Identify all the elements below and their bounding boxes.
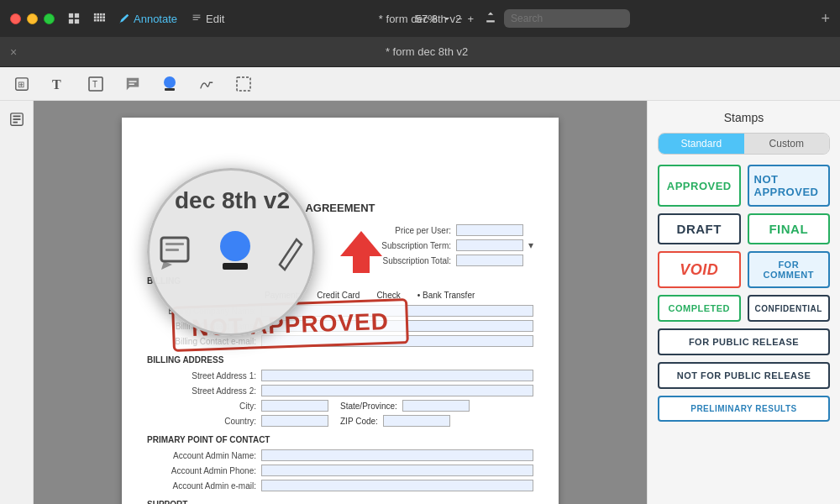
svg-point-34	[220, 231, 250, 261]
zip-input[interactable]	[383, 415, 450, 427]
annotate-button[interactable]: Annotate	[118, 13, 177, 25]
svg-rect-0	[69, 13, 73, 18]
comment-tool[interactable]	[121, 72, 144, 96]
price-per-user-input[interactable]	[456, 224, 523, 236]
text-tool[interactable]: T	[47, 72, 71, 96]
minimize-button[interactable]	[27, 13, 38, 24]
stamps-title: Stamps	[658, 111, 830, 124]
magnifier-overlay: dec 8th v2	[147, 168, 315, 336]
svg-rect-35	[223, 263, 248, 270]
svg-rect-11	[102, 16, 105, 18]
stamp-draft[interactable]: DRAFT	[658, 213, 741, 244]
street-2-input[interactable]	[261, 385, 533, 396]
toolbar-left: Annotate Edit	[68, 13, 224, 25]
document-scroll[interactable]: dec 8th v2	[34, 101, 647, 504]
zip-label: ZIP Code:	[340, 417, 378, 426]
annotation-toolbar: ⊞ T T	[0, 67, 840, 101]
svg-rect-12	[94, 19, 97, 22]
main-layout: dec 8th v2	[0, 101, 840, 504]
svg-marker-36	[340, 231, 382, 273]
stamp-void[interactable]: VOID	[658, 251, 741, 288]
subscription-total-input[interactable]	[456, 255, 523, 266]
support-section: SUPPORT	[147, 500, 533, 504]
admin-phone-input[interactable]	[261, 465, 533, 476]
close-button[interactable]	[10, 13, 21, 24]
share-button[interactable]	[484, 11, 497, 27]
country-input[interactable]	[261, 415, 328, 427]
stamp-final[interactable]: FINAL	[748, 213, 831, 244]
red-arrow	[332, 227, 391, 286]
pan-tool[interactable]: ⊞	[10, 72, 34, 96]
svg-rect-13	[97, 19, 99, 22]
stamp-not-for-public-release[interactable]: NOT FOR PUBLIC RELEASE	[658, 362, 830, 389]
stamp-not-approved[interactable]: NOT APPROVED	[748, 165, 831, 207]
admin-email-input[interactable]	[261, 480, 533, 491]
billing-address-section: BILLING ADDRESS NOT APPROVED Street Addr…	[147, 355, 533, 427]
magnifier-icons	[157, 229, 305, 276]
svg-rect-24	[165, 88, 175, 91]
svg-rect-21	[129, 81, 137, 81]
sidebar-tool-1[interactable]	[5, 108, 29, 131]
credit-card-option[interactable]: Credit Card	[317, 291, 360, 300]
document-area: dec 8th v2	[34, 101, 647, 504]
thumbnail-view-button[interactable]	[68, 13, 80, 24]
tab-bar: × * form dec 8th v2	[0, 37, 840, 67]
tab-custom[interactable]: Custom	[744, 134, 830, 154]
grid-view-button[interactable]	[93, 13, 105, 24]
tab-title: * form dec 8th v2	[24, 45, 830, 58]
left-sidebar	[0, 101, 34, 504]
edit-label: Edit	[206, 13, 224, 25]
street-1-label: Street Address 1:	[147, 371, 256, 381]
stamps-panel: Stamps Standard Custom APPROVED NOT APPR…	[647, 101, 840, 504]
text-box-tool[interactable]: T	[84, 72, 108, 96]
stamps-grid: APPROVED NOT APPROVED DRAFT FINAL VOID F…	[658, 165, 830, 422]
street-1-input[interactable]	[261, 370, 533, 381]
svg-rect-9	[97, 16, 99, 18]
magnifier-title: dec 8th v2	[175, 187, 290, 214]
tab-close-button[interactable]: ×	[10, 45, 17, 59]
maximize-button[interactable]	[44, 13, 55, 24]
svg-rect-25	[237, 77, 250, 91]
zoom-in-button[interactable]: +	[467, 13, 474, 25]
svg-rect-28	[13, 118, 20, 120]
city-label: City:	[147, 402, 256, 411]
svg-rect-10	[100, 16, 102, 18]
stamp-confidential[interactable]: CONFIDENTIAL	[748, 295, 831, 322]
svg-rect-5	[97, 13, 99, 16]
stamp-for-public-release[interactable]: FOR PUBLIC RELEASE	[658, 328, 830, 355]
svg-text:T: T	[52, 77, 61, 92]
contact-title: PRIMARY POINT OF CONTACT	[147, 435, 533, 444]
admin-phone-row: Account Admin Phone:	[147, 465, 533, 476]
state-label: State/Province:	[340, 402, 397, 411]
selection-tool[interactable]	[232, 72, 255, 96]
billing-address-title: BILLING ADDRESS	[147, 355, 533, 365]
stamp-approved[interactable]: APPROVED	[658, 165, 741, 207]
stamp-for-comment[interactable]: FOR COMMENT	[748, 251, 831, 288]
admin-name-label: Account Admin Name:	[147, 451, 256, 460]
svg-rect-4	[94, 13, 97, 16]
signature-tool[interactable]	[195, 72, 218, 96]
subscription-term-input[interactable]	[456, 239, 523, 251]
svg-rect-31	[165, 243, 184, 245]
city-input[interactable]	[261, 400, 328, 412]
country-zip-row: Country: ZIP Code:	[147, 415, 533, 427]
stamp-tool[interactable]	[158, 72, 181, 96]
tab-standard[interactable]: Standard	[659, 134, 744, 154]
new-tab-button[interactable]: +	[821, 10, 830, 28]
svg-rect-29	[13, 122, 17, 123]
edit-button[interactable]: Edit	[191, 13, 224, 25]
street-2-row: Street Address 2:	[147, 385, 533, 396]
state-input[interactable]	[402, 400, 470, 412]
admin-name-input[interactable]	[261, 449, 533, 461]
street-1-row: Street Address 1:	[147, 370, 533, 381]
svg-rect-3	[75, 19, 79, 24]
admin-email-row: Account Admin e-mail:	[147, 480, 533, 491]
svg-text:⊞: ⊞	[18, 79, 24, 88]
stamp-completed[interactable]: COMPLETED	[658, 295, 741, 322]
title-bar: Annotate Edit * form dec 8th v2 57% − + …	[0, 0, 840, 37]
search-input[interactable]	[504, 9, 630, 28]
stamp-preliminary-results[interactable]: PRELIMINARY RESULTS	[658, 396, 830, 422]
traffic-lights	[10, 13, 55, 24]
document-content: dec 8th v2	[122, 118, 559, 504]
bank-transfer-option[interactable]: Bank Transfer	[417, 291, 475, 300]
